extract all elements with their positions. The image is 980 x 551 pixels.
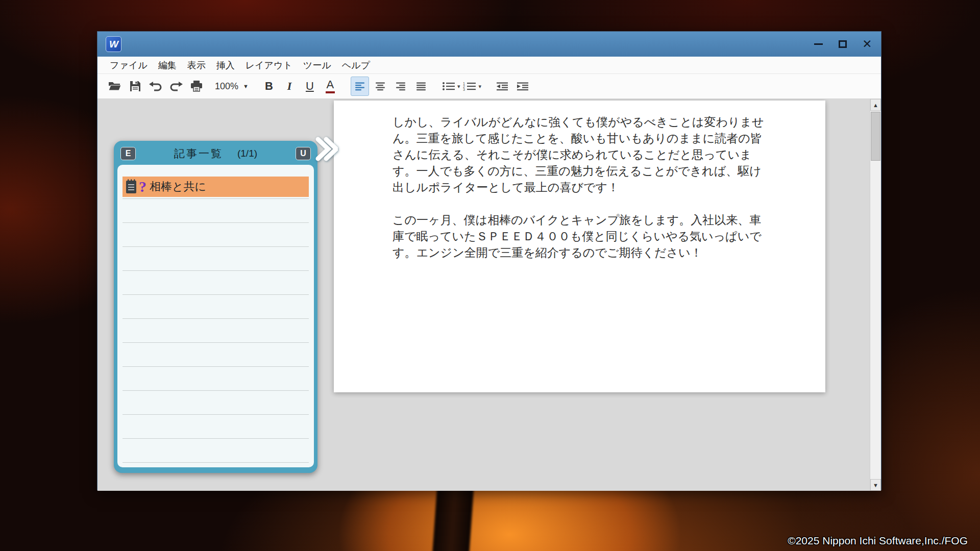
empty-list-row — [122, 415, 309, 439]
align-center-icon — [375, 82, 385, 91]
indent-button[interactable] — [513, 77, 532, 96]
open-folder-icon — [108, 81, 121, 92]
redo-button[interactable] — [167, 77, 185, 96]
empty-list-row — [122, 391, 309, 415]
empty-list-row — [122, 199, 309, 223]
align-justify-button[interactable] — [412, 77, 430, 96]
redo-icon — [169, 81, 183, 92]
font-color-icon: A — [326, 79, 335, 93]
scroll-up-button[interactable]: ▲ — [870, 99, 881, 111]
align-right-button[interactable] — [391, 77, 410, 96]
app-icon: W — [106, 36, 121, 52]
open-button[interactable] — [106, 77, 124, 96]
undo-icon — [149, 81, 162, 92]
copyright-text: ©2025 Nippon Ichi Software,Inc./FOG — [788, 535, 968, 547]
article-list: ? 相棒と共に — [117, 165, 314, 467]
align-right-icon — [396, 82, 406, 91]
print-button[interactable] — [187, 77, 206, 96]
document-paragraph: しかし、ライバルがどんなに強くても僕がやるべきことは変わりません。三重を旅して感… — [393, 114, 768, 195]
bullet-list-button[interactable]: ▾ — [442, 77, 461, 96]
menu-view[interactable]: 表示 — [187, 59, 206, 71]
outdent-button[interactable] — [493, 77, 511, 96]
empty-list-row — [122, 367, 309, 391]
minimize-button[interactable] — [813, 39, 824, 50]
article-notepad-icon — [125, 179, 138, 194]
align-justify-icon — [416, 82, 426, 91]
maximize-button[interactable] — [837, 39, 848, 50]
close-button[interactable]: ✕ — [862, 39, 873, 50]
empty-list-row — [122, 247, 309, 271]
zoom-level-select[interactable]: 100% ▼ — [215, 81, 249, 92]
printer-icon — [190, 80, 203, 92]
screen: W ✕ ファイル 編集 表示 挿入 レイアウト ツール ヘルプ — [0, 0, 980, 551]
outdent-icon — [496, 82, 508, 91]
scroll-down-button[interactable]: ▼ — [870, 479, 881, 491]
menu-layout[interactable]: レイアウト — [246, 59, 292, 71]
window-controls: ✕ — [813, 39, 873, 50]
menu-file[interactable]: ファイル — [110, 59, 148, 71]
document-page[interactable]: しかし、ライバルがどんなに強くても僕がやるべきことは変わりません。三重を旅して感… — [334, 101, 825, 392]
toolbar: 100% ▼ B I U A — [97, 74, 881, 99]
scrollbar-thumb[interactable] — [871, 112, 880, 161]
panel-title: 記事一覧 — [174, 146, 223, 161]
empty-list-row — [122, 223, 309, 247]
panel-expand-chevron-icon[interactable] — [314, 136, 338, 162]
bullet-list-caret-icon: ▾ — [457, 83, 460, 90]
empty-list-row — [122, 271, 309, 295]
menubar: ファイル 編集 表示 挿入 レイアウト ツール ヘルプ — [97, 57, 881, 74]
dropdown-caret-icon: ▼ — [243, 83, 249, 89]
article-list-item[interactable]: ? 相棒と共に — [122, 175, 309, 199]
zoom-value: 100% — [215, 81, 238, 92]
empty-list-row — [122, 439, 309, 463]
empty-list-row — [122, 295, 309, 319]
maximize-icon — [839, 40, 847, 48]
empty-list-row — [122, 343, 309, 367]
undo-button[interactable] — [146, 77, 165, 96]
svg-text:3: 3 — [463, 88, 465, 91]
panel-header: E 記事一覧 (1/1) U — [117, 144, 314, 165]
italic-button[interactable]: I — [280, 77, 299, 96]
align-center-button[interactable] — [371, 77, 389, 96]
menu-tools[interactable]: ツール — [303, 59, 331, 71]
align-left-button[interactable] — [351, 77, 369, 96]
vertical-scrollbar[interactable]: ▲ ▼ — [870, 99, 881, 491]
menu-edit[interactable]: 編集 — [158, 59, 177, 71]
bullet-list-icon — [442, 82, 455, 91]
indent-icon — [517, 82, 529, 91]
unread-question-marker: ? — [139, 179, 146, 194]
numbered-list-icon: 1 2 3 — [463, 82, 476, 91]
align-left-icon — [355, 82, 365, 91]
page-indicator: (1/1) — [237, 148, 257, 159]
font-color-button[interactable]: A — [321, 77, 339, 96]
numbered-list-caret-icon: ▾ — [478, 83, 481, 90]
document-paragraph: この一ヶ月、僕は相棒のバイクとキャンプ旅をします。入社以来、車庫で眠っていたＳＰ… — [393, 212, 768, 261]
empty-list-row — [122, 319, 309, 343]
save-floppy-icon — [129, 80, 141, 92]
save-button[interactable] — [126, 77, 144, 96]
underline-button[interactable]: U — [301, 77, 319, 96]
background-pole-silhouette — [432, 482, 474, 551]
titlebar[interactable]: W ✕ — [97, 32, 881, 57]
article-title: 相棒と共に — [150, 179, 206, 194]
numbered-list-button[interactable]: 1 2 3 ▾ — [462, 77, 482, 96]
key-hint-e[interactable]: E — [120, 147, 136, 160]
menu-help[interactable]: ヘルプ — [342, 59, 370, 71]
bold-button[interactable]: B — [260, 77, 278, 96]
minimize-icon — [814, 43, 823, 45]
key-hint-u[interactable]: U — [296, 147, 311, 160]
article-list-panel: E 記事一覧 (1/1) U — [114, 141, 317, 473]
menu-insert[interactable]: 挿入 — [216, 59, 235, 71]
